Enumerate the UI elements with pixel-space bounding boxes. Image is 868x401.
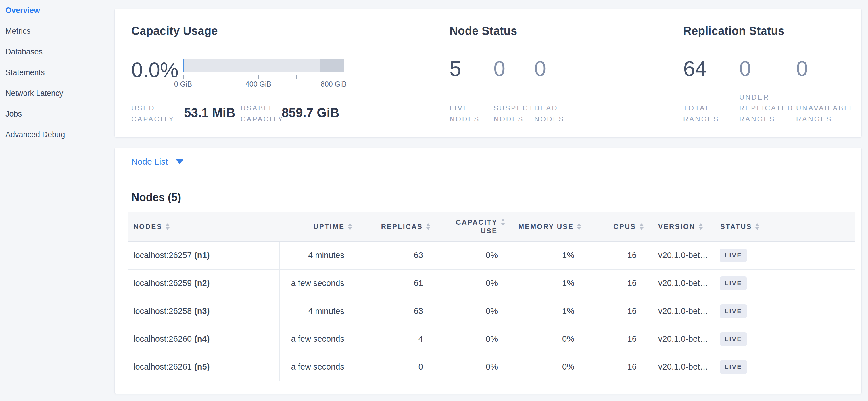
stat-label-line: SUSPECT	[494, 103, 534, 114]
axis-tick	[258, 75, 259, 79]
dead-nodes-count: 0	[534, 57, 546, 81]
sidebar-item-jobs[interactable]: Jobs	[5, 104, 114, 124]
table-row-node-5[interactable]: localhost:26261 (n5) a few seconds 0 0% …	[128, 353, 855, 381]
node-list-card: Node List Nodes (5) NODES UPTIME REPLICA…	[114, 148, 862, 394]
node-list-dropdown[interactable]: Node List	[115, 148, 861, 175]
suspect-nodes-label: SUSPECT NODES	[494, 89, 534, 124]
stat-label-line: LIVE	[450, 103, 480, 114]
node-id: (n4)	[194, 334, 210, 344]
cpus-cell: 16	[584, 297, 646, 325]
table-header-row: NODES UPTIME REPLICAS CAPACITY	[128, 212, 855, 241]
replicas-cell: 4	[355, 325, 433, 353]
stat-label-line: NODES	[450, 114, 480, 124]
version-cell: v20.1.0-bet…	[646, 353, 719, 380]
stat-label-line: REPLICATED	[739, 103, 794, 114]
unavailable-ranges-label: UNAVAILABLE RANGES	[796, 89, 855, 124]
capacity-usage-title: Capacity Usage	[131, 24, 218, 37]
column-header-version[interactable]: VERSION	[646, 212, 719, 241]
used-capacity-label: USED CAPACITY	[131, 89, 175, 124]
table-row-node-1[interactable]: localhost:26257 (n1) 4 minutes 63 0% 1% …	[128, 241, 855, 269]
column-header-label: MEMORY USE	[518, 223, 574, 231]
sort-icon	[640, 223, 644, 230]
column-header-status[interactable]: STATUS	[719, 212, 855, 241]
total-ranges-count: 64	[683, 57, 707, 81]
live-nodes-label: LIVE NODES	[450, 89, 480, 124]
sort-icon	[348, 223, 352, 230]
used-capacity-label-line: CAPACITY	[131, 114, 175, 124]
used-capacity-label-line: USED	[131, 103, 175, 114]
status-cell: LIVE	[719, 241, 855, 269]
sidebar-item-databases[interactable]: Databases	[5, 41, 114, 62]
sort-icon	[755, 223, 760, 230]
cpus-cell: 16	[584, 353, 646, 380]
axis-tick	[221, 75, 221, 79]
axis-tick	[296, 75, 297, 79]
dead-nodes-label: DEAD NODES	[534, 89, 564, 124]
node-address-cell: localhost:26258 (n3)	[128, 297, 279, 325]
uptime-cell: a few seconds	[279, 325, 355, 353]
sidebar-item-network-latency[interactable]: Network Latency	[5, 83, 114, 104]
stat-label-line: NODES	[534, 114, 564, 124]
capacity-use-cell: 0%	[433, 353, 508, 380]
column-header-uptime[interactable]: UPTIME	[279, 212, 355, 241]
axis-tick	[334, 75, 334, 79]
uptime-cell: a few seconds	[279, 353, 355, 380]
suspect-nodes-count: 0	[494, 57, 505, 81]
version-cell: v20.1.0-bet…	[646, 325, 719, 353]
usable-capacity-value: 859.7 GiB	[282, 107, 339, 119]
node-address: localhost:26261	[133, 362, 192, 372]
replication-status-title: Replication Status	[683, 24, 785, 37]
column-header-cpus[interactable]: CPUS	[584, 212, 646, 241]
node-id: (n3)	[194, 306, 210, 316]
under-replicated-ranges-label: UNDER- REPLICATED RANGES	[739, 89, 794, 124]
main-content: Capacity Usage 0.0% 0 GiB 400 GiB 800 Gi…	[114, 0, 862, 394]
nodes-table-title: Nodes (5)	[131, 191, 181, 204]
column-header-memory-use[interactable]: MEMORY USE	[508, 212, 584, 241]
column-header-capacity-use[interactable]: CAPACITY USE	[433, 212, 508, 241]
sidebar-item-metrics[interactable]: Metrics	[5, 21, 114, 41]
cpus-cell: 16	[584, 241, 646, 269]
column-header-label: STATUS	[720, 223, 752, 231]
capacity-use-cell: 0%	[433, 269, 508, 297]
sort-icon	[426, 223, 430, 230]
replicas-cell: 61	[355, 269, 433, 297]
cpus-cell: 16	[584, 269, 646, 297]
capacity-use-cell: 0%	[433, 325, 508, 353]
node-address: localhost:26257	[133, 251, 192, 260]
sidebar-item-overview[interactable]: Overview	[5, 0, 114, 21]
status-badge: LIVE	[720, 332, 747, 346]
sort-icon	[577, 223, 581, 230]
node-id: (n5)	[194, 362, 210, 372]
column-header-nodes[interactable]: NODES	[128, 212, 279, 241]
table-row-node-2[interactable]: localhost:26259 (n2) a few seconds 61 0%…	[128, 269, 855, 297]
node-id: (n2)	[194, 279, 210, 288]
axis-tick	[183, 75, 184, 79]
status-badge: LIVE	[720, 304, 747, 318]
sidebar: Overview Metrics Databases Statements Ne…	[0, 0, 114, 401]
capacity-bar-used-segment	[183, 59, 184, 73]
status-badge: LIVE	[720, 360, 747, 374]
sidebar-item-statements[interactable]: Statements	[5, 62, 114, 83]
capacity-use-cell: 0%	[433, 297, 508, 325]
table-row-node-4[interactable]: localhost:26260 (n4) a few seconds 4 0% …	[128, 325, 855, 353]
column-header-label: VERSION	[658, 223, 695, 231]
column-header-label: CPUS	[613, 223, 636, 231]
stat-label-line: NODES	[494, 114, 534, 124]
chevron-down-icon	[176, 160, 183, 164]
stat-label-line: UNAVAILABLE	[796, 103, 855, 114]
cpus-cell: 16	[584, 325, 646, 353]
cluster-summary-card: Capacity Usage 0.0% 0 GiB 400 GiB 800 Gi…	[114, 9, 862, 138]
sidebar-item-advanced-debug[interactable]: Advanced Debug	[5, 124, 114, 145]
node-status-title: Node Status	[450, 24, 517, 37]
status-cell: LIVE	[719, 325, 855, 353]
unavailable-ranges-count: 0	[796, 57, 808, 81]
version-cell: v20.1.0-bet…	[646, 241, 719, 269]
version-cell: v20.1.0-bet…	[646, 269, 719, 297]
stat-label-line: DEAD	[534, 103, 564, 114]
column-header-replicas[interactable]: REPLICAS	[355, 212, 433, 241]
capacity-percent: 0.0%	[131, 59, 179, 81]
status-badge: LIVE	[720, 277, 747, 290]
axis-tick-label: 0 GiB	[157, 80, 209, 88]
axis-tick-label: 400 GiB	[232, 80, 284, 88]
table-row-node-3[interactable]: localhost:26258 (n3) 4 minutes 63 0% 1% …	[128, 297, 855, 325]
